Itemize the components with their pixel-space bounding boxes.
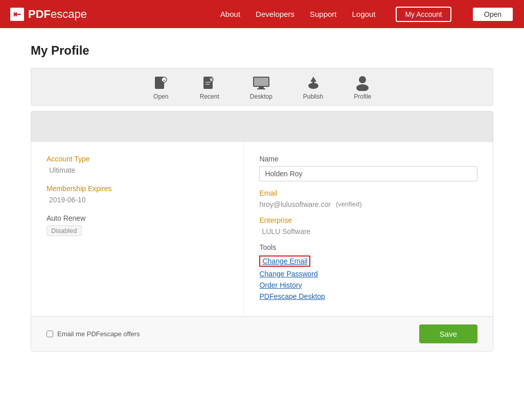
svg-text:+: + [163,78,165,82]
profile-card-footer: Email me PDFescape offers Save [31,316,493,351]
membership-expires-label: Membership Expires [47,184,228,193]
auto-renew-value: Disabled [47,225,82,236]
profile-card: Account Type Ultimate Membership Expires… [31,111,493,352]
toolbar-item-open[interactable]: + Open [153,74,169,100]
email-row: hroy@lulusoftware.cor (verified) [259,200,477,208]
email-verified: (verified) [336,200,362,208]
change-password-link[interactable]: Change Password [259,270,477,278]
email-offers-checkbox[interactable] [47,331,53,337]
change-email-link[interactable]: Change Email [259,255,310,267]
recent-icon [201,74,218,91]
profile-card-body: Account Type Ultimate Membership Expires… [31,142,493,316]
svg-rect-4 [206,82,211,83]
svg-rect-8 [211,80,212,81]
desktop-icon [252,74,270,91]
save-button[interactable]: Save [419,324,477,343]
auto-renew-label: Auto Renew [47,214,228,222]
tools-section: Tools Change Email Change Password Order… [259,243,477,300]
toolbar: + Open Recent [31,68,493,106]
svg-rect-11 [259,87,264,88]
nav: About Developers Support Logout My Accou… [220,7,514,22]
toolbar-item-publish[interactable]: Publish [303,74,323,100]
publish-icon [305,74,322,91]
svg-rect-10 [254,78,268,86]
order-history-link[interactable]: Order History [259,281,477,289]
enterprise-value: LULU Software [259,227,477,236]
header: ⇤ PDFescape About Developers Support Log… [0,0,524,28]
open-icon: + [153,74,169,91]
account-type-value: Ultimate [47,166,228,174]
email-offers-label[interactable]: Email me PDFescape offers [47,330,140,338]
svg-point-17 [356,84,369,91]
svg-point-16 [359,76,366,83]
my-account-button[interactable]: My Account [396,7,451,22]
toolbar-open-label: Open [153,93,168,100]
toolbar-publish-label: Publish [303,93,323,100]
nav-support[interactable]: Support [310,10,337,18]
toolbar-item-recent[interactable]: Recent [200,74,219,100]
toolbar-item-desktop[interactable]: Desktop [250,74,272,100]
profile-card-header [31,111,493,142]
email-label: Email [259,189,477,197]
email-value: hroy@lulusoftware.cor [259,200,331,208]
open-button[interactable]: Open [472,7,514,22]
email-offers-text: Email me PDFescape offers [57,330,140,338]
name-input[interactable] [259,166,477,181]
profile-right: Name Email hroy@lulusoftware.cor (verifi… [244,142,493,316]
toolbar-item-profile[interactable]: Profile [354,74,371,100]
logo-icon: ⇤ [10,8,24,21]
page-content: My Profile + Open [0,28,524,367]
tools-label: Tools [259,243,477,251]
account-type-label: Account Type [47,155,228,163]
logo-escape: escape [51,8,87,21]
enterprise-label: Enterprise [259,216,477,224]
nav-about[interactable]: About [220,10,240,18]
svg-rect-5 [206,84,210,85]
pdfescape-desktop-link[interactable]: PDFescape Desktop [259,292,477,300]
profile-icon [355,74,370,91]
svg-rect-15 [312,81,314,85]
toolbar-recent-label: Recent [200,93,219,100]
svg-rect-12 [257,88,265,89]
toolbar-profile-label: Profile [354,93,371,100]
logo-pdf: PDF [28,8,51,21]
membership-expires-value: 2019-06-10 [47,196,228,204]
toolbar-desktop-label: Desktop [250,93,272,100]
page-title: My Profile [31,43,493,58]
nav-logout[interactable]: Logout [352,10,375,18]
profile-left: Account Type Ultimate Membership Expires… [31,142,244,316]
logo: ⇤ PDFescape [10,8,87,21]
nav-developers[interactable]: Developers [256,10,294,18]
name-label: Name [259,155,477,163]
